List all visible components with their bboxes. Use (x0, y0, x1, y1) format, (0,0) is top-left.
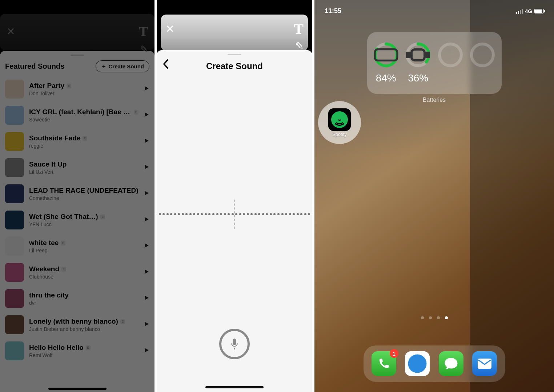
battery-empty-2 (469, 42, 495, 84)
sound-row[interactable]: Hello Hello HelloERemi Wolf (5, 338, 149, 364)
panel-featured-sounds: ✕ T ✎ Featured Sounds ＋ Create Sound Aft… (0, 0, 154, 392)
sheet-header: Create Sound (157, 59, 312, 77)
back-button[interactable] (162, 59, 169, 72)
svg-marker-2 (145, 139, 149, 143)
page-indicator[interactable] (421, 316, 448, 319)
play-icon[interactable] (144, 243, 149, 250)
text-tool-icon[interactable]: T (294, 20, 304, 37)
battery-ring-empty (469, 42, 495, 68)
sound-thumbnail (5, 289, 24, 308)
sound-row[interactable]: white teeELil Peep (5, 233, 149, 259)
status-right: 4G (516, 8, 544, 14)
sound-title: Wet (She Got That…) (29, 213, 98, 221)
close-icon[interactable]: ✕ (7, 25, 15, 37)
battery-empty-1 (437, 42, 463, 84)
sound-title: Lonely (with benny blanco) (29, 317, 118, 325)
sound-row[interactable]: LEAD THE RACE (UNDEFEATED)Comethazine (5, 181, 149, 207)
play-icon[interactable] (144, 321, 149, 328)
sound-meta: LEAD THE RACE (UNDEFEATED)Comethazine (29, 187, 138, 201)
svg-marker-9 (145, 322, 149, 326)
create-sound-button[interactable]: ＋ Create Sound (96, 60, 149, 72)
status-time: 11:55 (325, 7, 341, 15)
sound-row[interactable]: ICY GRL (feat. Kehlani) [Bae Mix]ESaweet… (5, 102, 149, 128)
sound-row[interactable]: Wet (She Got That…)EYFN Lucci (5, 207, 149, 233)
play-icon[interactable] (144, 216, 149, 224)
sound-row[interactable]: Southside FadeEreggie (5, 128, 149, 155)
play-icon[interactable] (144, 164, 149, 171)
svg-rect-25 (478, 359, 491, 369)
home-indicator[interactable] (205, 386, 264, 388)
sound-title: Sauce It Up (29, 160, 67, 168)
dock-phone[interactable]: 1 (372, 351, 396, 376)
waveform-track[interactable] (155, 214, 314, 215)
spotify-label: Spotify (332, 132, 347, 137)
sound-title: white tee (29, 239, 59, 247)
dock: 1 (364, 345, 505, 382)
battery-phone: 84% (373, 42, 399, 84)
record-button[interactable] (219, 329, 250, 359)
sound-thumbnail (5, 80, 24, 99)
text-tool-icon[interactable]: T (139, 23, 148, 39)
sound-meta: Sauce It UpLil Uzi Vert (29, 160, 138, 175)
svg-marker-10 (145, 348, 149, 352)
play-icon[interactable] (144, 85, 149, 93)
phone-icon (373, 42, 399, 68)
mail-icon (477, 358, 492, 369)
sound-artist: reggie (29, 143, 138, 149)
sound-title: Hello Hello Hello (29, 344, 84, 352)
sound-meta: Hello Hello HelloERemi Wolf (29, 344, 138, 358)
sound-meta: thru the citydvr (29, 291, 138, 306)
sound-row[interactable]: Sauce It UpLil Uzi Vert (5, 155, 149, 181)
sheet-handle[interactable] (228, 54, 241, 55)
sound-artist: Lil Peep (29, 248, 138, 253)
sound-meta: Lonely (with benny blanco)EJustin Bieber… (29, 317, 138, 332)
sounds-sheet: Featured Sounds ＋ Create Sound After Par… (0, 51, 154, 392)
sound-artist: Remi Wolf (29, 352, 138, 358)
svg-rect-13 (375, 49, 397, 61)
dock-mail[interactable] (472, 351, 497, 376)
explicit-badge: E (100, 215, 105, 219)
safari-icon (407, 353, 428, 374)
spotify-suggestion[interactable]: Spotify (318, 101, 361, 144)
sound-thumbnail (5, 132, 24, 151)
pencil-icon[interactable]: ✎ (295, 40, 304, 52)
play-icon[interactable] (144, 347, 149, 355)
sound-artist: dvr (29, 300, 138, 306)
dock-safari[interactable] (405, 351, 430, 376)
sheet-handle[interactable] (71, 55, 84, 56)
sound-row[interactable]: After PartyEDon Toliver (5, 76, 149, 102)
svg-rect-16 (412, 49, 425, 60)
svg-marker-3 (145, 165, 149, 169)
dock-messages[interactable] (439, 351, 463, 376)
play-icon[interactable] (144, 138, 149, 145)
pencil-icon[interactable]: ✎ (140, 44, 148, 55)
phone-icon (377, 357, 390, 370)
explicit-badge: E (83, 136, 87, 141)
waveform (157, 200, 312, 229)
microphone-icon (228, 337, 241, 351)
play-icon[interactable] (144, 269, 149, 276)
sound-artist: Lil Uzi Vert (29, 169, 138, 175)
sound-row[interactable]: thru the citydvr (5, 285, 149, 312)
sound-meta: Southside FadeEreggie (29, 134, 138, 149)
home-indicator[interactable] (48, 388, 107, 390)
sound-row[interactable]: WeekendEClubhouse (5, 259, 149, 285)
sheet-title: Featured Sounds (5, 62, 64, 71)
battery-pct-watch: 36% (408, 72, 428, 84)
explicit-badge: E (61, 241, 65, 245)
play-icon[interactable] (144, 112, 149, 119)
svg-marker-8 (145, 296, 149, 300)
sound-artist: Clubhouse (29, 274, 138, 280)
signal-icon (516, 9, 523, 14)
battery-ring-empty (437, 42, 463, 68)
explicit-badge: E (86, 345, 91, 350)
batteries-widget[interactable]: 84% 36% (367, 32, 502, 94)
play-icon[interactable] (144, 190, 149, 197)
play-icon[interactable] (144, 295, 149, 302)
panel-create-sound: ✕ T ✎ Create Sound (154, 0, 314, 392)
sound-thumbnail (5, 106, 24, 125)
plus-icon: ＋ (101, 63, 107, 70)
battery-watch: 36% (405, 42, 431, 84)
close-icon[interactable]: ✕ (165, 23, 174, 35)
sound-row[interactable]: Lonely (with benny blanco)EJustin Bieber… (5, 312, 149, 338)
